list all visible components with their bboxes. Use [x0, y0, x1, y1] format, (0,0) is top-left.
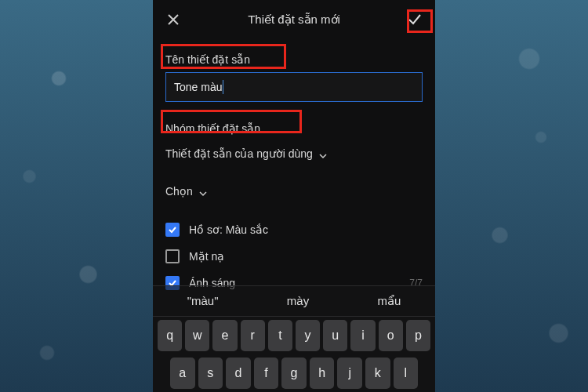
preset-name-input[interactable]: Tone màu	[165, 72, 423, 102]
option-label: Mặt nạ	[189, 250, 224, 263]
preset-name-value: Tone màu	[174, 81, 222, 93]
option-row[interactable]: Mặt nạ	[165, 243, 423, 270]
header: Thiết đặt sẵn mới	[153, 0, 435, 39]
keyboard-row-1: qwertyuiop	[153, 317, 435, 354]
key-o[interactable]: o	[379, 320, 403, 351]
suggestion-bar: "màu"màymẩu	[153, 285, 435, 317]
key-g[interactable]: g	[281, 358, 307, 389]
key-t[interactable]: t	[268, 320, 292, 351]
key-e[interactable]: e	[212, 320, 237, 351]
key-a[interactable]: a	[170, 358, 195, 389]
key-d[interactable]: d	[226, 358, 251, 389]
checkbox[interactable]	[165, 223, 180, 237]
close-icon[interactable]	[164, 10, 183, 29]
suggestion[interactable]: mày	[287, 294, 309, 308]
chevron-down-icon	[319, 150, 327, 158]
key-h[interactable]: h	[310, 358, 335, 389]
key-s[interactable]: s	[198, 358, 223, 389]
key-j[interactable]: j	[337, 358, 362, 389]
preset-group-selected: Thiết đặt sẵn của người dùng	[165, 147, 313, 160]
page-title: Thiết đặt sẵn mới	[183, 13, 405, 27]
key-q[interactable]: q	[158, 320, 182, 351]
checkbox[interactable]	[165, 249, 180, 263]
choose-label: Chọn	[165, 185, 193, 198]
key-r[interactable]: r	[241, 320, 265, 351]
key-p[interactable]: p	[406, 320, 430, 351]
suggestion[interactable]: "màu"	[187, 294, 219, 308]
key-u[interactable]: u	[323, 320, 347, 351]
chevron-down-icon	[199, 187, 207, 195]
choose-section: Chọn	[153, 172, 435, 210]
key-k[interactable]: k	[365, 358, 390, 389]
option-label: Hồ sơ: Màu sắc	[189, 223, 268, 236]
suggestion[interactable]: mẩu	[377, 294, 401, 308]
annotation-box-confirm	[407, 9, 433, 33]
keyboard-row-2: asdfghjkl	[153, 354, 435, 392]
option-row[interactable]: Hồ sơ: Màu sắc	[165, 216, 423, 243]
annotation-box-name-label	[161, 44, 286, 69]
key-f[interactable]: f	[254, 358, 279, 389]
key-w[interactable]: w	[185, 320, 209, 351]
text-cursor	[223, 80, 223, 94]
annotation-box-group-label	[161, 110, 302, 133]
keyboard: "màu"màymẩu qwertyuiop asdfghjkl	[153, 285, 435, 392]
key-l[interactable]: l	[394, 358, 419, 389]
key-y[interactable]: y	[296, 320, 320, 351]
choose-dropdown[interactable]: Chọn	[165, 179, 423, 204]
key-i[interactable]: i	[350, 320, 375, 351]
preset-group-dropdown[interactable]: Thiết đặt sẵn của người dùng	[165, 141, 423, 166]
